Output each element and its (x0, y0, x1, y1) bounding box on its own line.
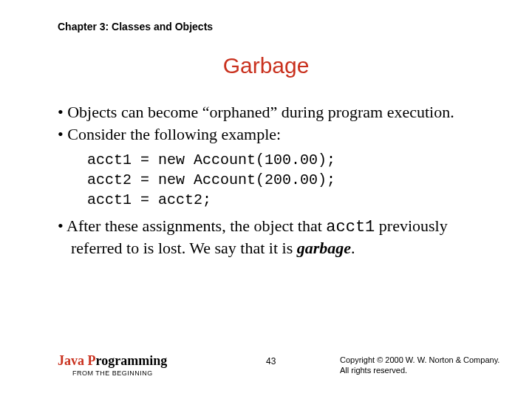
garbage-term: garbage (297, 239, 351, 257)
slide-title: Garbage (0, 53, 532, 78)
slide-footer: Java Programming FROM THE BEGINNING 43 C… (58, 353, 510, 383)
copyright-line2: All rights reserved. (340, 365, 499, 375)
bullet-2: Consider the following example: (58, 124, 502, 145)
book-title-java: Java (58, 353, 88, 368)
code-example: acct1 = new Account(100.00); acct2 = new… (87, 150, 502, 210)
slide-content: Objects can become “orphaned” during pro… (58, 102, 502, 258)
para3-post: . (351, 239, 355, 257)
book-title-rest: rogramming (96, 353, 168, 368)
bullet-1: Objects can become “orphaned” during pro… (58, 102, 502, 123)
copyright: Copyright © 2000 W. W. Norton & Company.… (340, 355, 499, 376)
para3-pre: After these assignments, the object that (66, 216, 326, 235)
chapter-header: Chapter 3: Classes and Objects (58, 21, 213, 33)
inline-code-acct1: acct1 (326, 218, 375, 236)
page-number: 43 (266, 356, 276, 366)
book-subtitle: FROM THE BEGINNING (72, 369, 153, 377)
bullet-3: • After these assignments, the object th… (58, 216, 502, 258)
copyright-line1: Copyright © 2000 W. W. Norton & Company. (340, 355, 499, 365)
book-title-p: P (88, 353, 96, 368)
book-title: Java Programming (58, 353, 167, 369)
